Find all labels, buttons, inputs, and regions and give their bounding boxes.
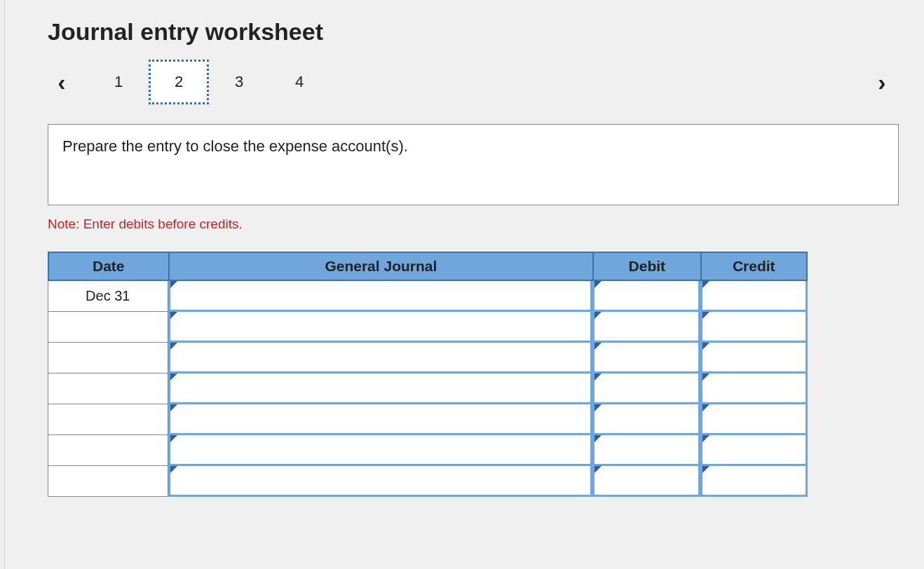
- journal-cell[interactable]: [168, 466, 593, 497]
- step-tab-1[interactable]: 1: [88, 60, 149, 104]
- step-tab-4[interactable]: 4: [269, 60, 329, 104]
- credit-cell[interactable]: [700, 281, 808, 312]
- step-tab-2[interactable]: 2: [149, 60, 209, 104]
- journal-cell[interactable]: [168, 281, 593, 312]
- page-title: Journal entry worksheet: [48, 18, 899, 46]
- step-tabs-row: ‹ 1 2 3 4 ›: [48, 60, 899, 104]
- journal-table: Date General Journal Debit Credit Dec 31: [48, 252, 808, 497]
- debit-cell[interactable]: [592, 435, 700, 466]
- journal-cell[interactable]: [168, 312, 593, 343]
- date-cell[interactable]: [48, 466, 168, 497]
- credit-cell[interactable]: [700, 435, 808, 466]
- table-row: [48, 312, 808, 343]
- credit-cell[interactable]: [700, 404, 808, 435]
- note-text: Note: Enter debits before credits.: [48, 217, 899, 232]
- left-margin-rule: [4, 0, 5, 569]
- table-row: Dec 31: [48, 281, 808, 312]
- debit-cell[interactable]: [592, 466, 700, 497]
- step-tab-3[interactable]: 3: [209, 60, 269, 104]
- date-cell[interactable]: [48, 312, 168, 343]
- header-date: Date: [48, 252, 168, 281]
- debit-cell[interactable]: [592, 312, 700, 343]
- table-row: [48, 435, 808, 466]
- journal-cell[interactable]: [168, 373, 593, 404]
- header-general-journal: General Journal: [168, 252, 593, 281]
- journal-cell[interactable]: [168, 343, 593, 373]
- credit-cell[interactable]: [700, 466, 808, 497]
- date-cell[interactable]: [48, 435, 168, 466]
- credit-cell[interactable]: [700, 373, 808, 404]
- debit-cell[interactable]: [592, 373, 700, 404]
- credit-cell[interactable]: [700, 343, 808, 373]
- table-row: [48, 343, 808, 373]
- header-debit: Debit: [592, 252, 700, 281]
- date-cell[interactable]: Dec 31: [48, 281, 168, 312]
- date-cell[interactable]: [48, 404, 168, 435]
- journal-cell[interactable]: [168, 404, 593, 435]
- table-row: [48, 466, 808, 497]
- step-tab-list: 1 2 3 4: [88, 60, 329, 104]
- journal-cell[interactable]: [168, 435, 593, 466]
- header-credit: Credit: [700, 252, 808, 281]
- debit-cell[interactable]: [592, 343, 700, 373]
- table-row: [48, 373, 808, 404]
- date-cell[interactable]: [48, 373, 168, 404]
- debit-cell[interactable]: [592, 404, 700, 435]
- table-row: [48, 404, 808, 435]
- prev-button[interactable]: ‹: [48, 70, 76, 94]
- credit-cell[interactable]: [700, 312, 808, 343]
- debit-cell[interactable]: [592, 281, 700, 312]
- instruction-text: Prepare the entry to close the expense a…: [48, 124, 899, 205]
- date-cell[interactable]: [48, 343, 168, 373]
- journal-table-body: Dec 31: [48, 281, 808, 497]
- next-button[interactable]: ›: [868, 70, 896, 94]
